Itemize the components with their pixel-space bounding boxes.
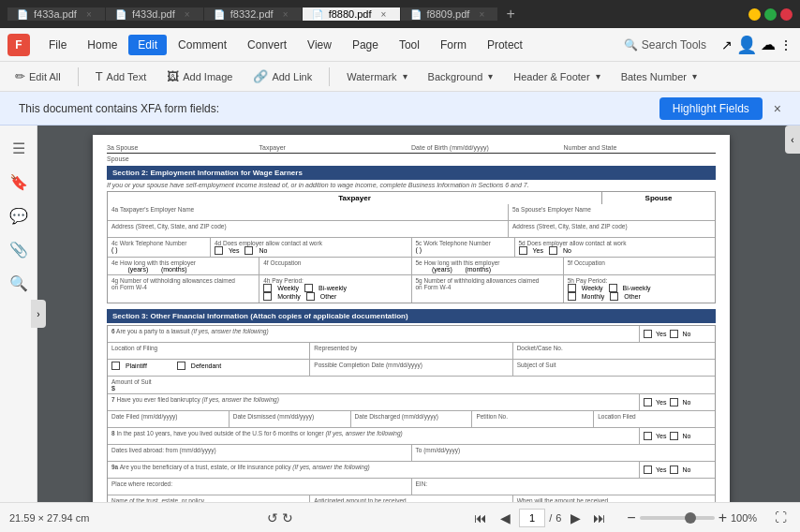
share-icon[interactable]: ↗ [721, 37, 733, 52]
cloud-icon[interactable]: ☁ [761, 36, 776, 53]
4d-no-checkbox[interactable] [244, 246, 253, 255]
4h-checkboxes2: Monthly Other [263, 292, 407, 301]
row-9a-details2: Name of the trust, estate, or policy Ant… [108, 495, 715, 502]
row6-yes-cb[interactable] [644, 330, 652, 338]
sidebar-collapse-button[interactable]: › [31, 300, 46, 328]
zoom-out-button[interactable]: − [627, 510, 635, 526]
menu-edit[interactable]: Edit [128, 35, 167, 55]
menu-protect[interactable]: Protect [478, 35, 532, 55]
5h-monthly-cb[interactable] [568, 292, 576, 301]
watermark-button[interactable]: Watermark [339, 68, 414, 85]
4h-weekly-cb[interactable] [263, 284, 272, 292]
edit-all-button[interactable]: ✏ Edit All [7, 66, 68, 86]
4h-biweekly-cb[interactable] [304, 284, 313, 292]
zoom-in-button[interactable]: + [719, 510, 727, 526]
header-footer-button[interactable]: Header & Footer [506, 68, 607, 85]
search-tools-area[interactable]: 🔍 Search Tools [615, 35, 716, 55]
tab-f433d[interactable]: 📄 f433d.pdf × [106, 7, 203, 21]
cell-plaintiff-defendant: Plaintiff Defendant [108, 360, 310, 376]
5h-weekly-cb[interactable] [568, 284, 576, 292]
label-4a: 4a Taxpayer's Employer Name [111, 206, 504, 213]
add-link-button[interactable]: 🔗 Add Link [245, 66, 319, 86]
menu-view[interactable]: View [298, 35, 341, 55]
rotate-right-icon[interactable]: ↻ [282, 510, 293, 525]
next-page-button[interactable]: ▶ [565, 508, 585, 528]
tab-f433a-close[interactable]: × [82, 7, 96, 21]
sidebar-attachments-icon[interactable]: 📎 [4, 234, 34, 264]
tab-f8332-close[interactable]: × [279, 7, 292, 21]
row8-no-cb[interactable] [670, 432, 678, 440]
notification-close[interactable]: × [774, 101, 781, 116]
4h-other-cb[interactable] [306, 292, 315, 301]
row-4e-5e: 4e How long with this employer (years) (… [108, 258, 715, 275]
menu-home[interactable]: Home [78, 35, 126, 55]
sidebar-search-icon[interactable]: 🔍 [4, 268, 34, 298]
dimensions-label: 21.59 × 27.94 cm [9, 512, 89, 524]
row7-yes-cb[interactable] [644, 398, 652, 406]
4d-yes-label: Yes [229, 247, 239, 254]
menu-comment[interactable]: Comment [169, 35, 236, 55]
row-9a-details: Place where recorded: EIN: [108, 479, 715, 495]
row-6-details2: Plaintiff Defendant Possible Completion … [108, 360, 715, 377]
row-7-header: 7 Have you ever filed bankruptcy (If yes… [108, 394, 715, 411]
minimize-button[interactable] [748, 8, 761, 21]
row9a-no-cb[interactable] [670, 466, 678, 474]
row7-no-cb[interactable] [670, 398, 678, 406]
more-icon[interactable]: ⋮ [779, 37, 793, 52]
sidebar-comments-icon[interactable]: 💬 [4, 200, 34, 230]
row6-no-cb[interactable] [670, 330, 678, 338]
cell-dates-abroad: Dates lived abroad: from (mm/dd/yyyy) [108, 445, 412, 461]
section3-header: Section 3: Other Financial Information (… [107, 309, 716, 323]
menu-tool[interactable]: Tool [390, 35, 429, 55]
maximize-button[interactable] [764, 8, 777, 21]
cell-6-question: 6 Are you a party to a lawsuit (If yes, … [108, 326, 640, 342]
add-text-button[interactable]: T Add Text [88, 66, 155, 86]
cell-location-filing: Location of Filing [108, 343, 310, 359]
tab-f8809-close[interactable]: × [475, 7, 488, 21]
notification-bar: This document contains XFA form fields: … [0, 92, 800, 126]
rotate-left-icon[interactable]: ↺ [267, 510, 278, 525]
page-number-input[interactable]: 1 [519, 509, 545, 527]
bates-number-button[interactable]: Bates Number [614, 68, 704, 85]
sidebar-panels-icon[interactable]: ☰ [4, 133, 34, 163]
tab-f8880[interactable]: 📄 f8880.pdf × [303, 7, 400, 21]
zoom-control: − + 100% ⛶ [627, 508, 791, 528]
row8-yes-cb[interactable] [644, 432, 652, 440]
first-page-button[interactable]: ⏮ [470, 508, 491, 528]
tab-f8880-close[interactable]: × [378, 7, 391, 21]
tab-f8332[interactable]: 📄 f8332.pdf × [204, 7, 302, 21]
defendant-cb[interactable] [177, 362, 185, 370]
fit-page-button[interactable]: ⛶ [770, 508, 791, 528]
zoom-slider[interactable] [640, 516, 715, 520]
menu-form[interactable]: Form [431, 35, 476, 55]
tab-f433d-close[interactable]: × [181, 7, 194, 21]
menu-convert[interactable]: Convert [238, 35, 296, 55]
prev-page-button[interactable]: ◀ [495, 508, 515, 528]
new-tab-button[interactable]: + [498, 6, 522, 22]
highlight-fields-button[interactable]: Highlight Fields [659, 97, 763, 120]
content-area: 3a Spouse Taxpayer Date of Birth (mm/dd/… [37, 126, 785, 502]
menu-file[interactable]: File [39, 35, 76, 55]
close-button[interactable] [780, 8, 793, 21]
menu-page[interactable]: Page [343, 35, 388, 55]
5d-yes-checkbox[interactable] [519, 246, 527, 255]
5d-no-checkbox[interactable] [549, 246, 557, 255]
tab-f433a[interactable]: 📄 f433a.pdf × [7, 7, 105, 21]
5h-other-cb[interactable] [610, 292, 618, 301]
last-page-button[interactable]: ⏭ [589, 508, 610, 528]
user-icon[interactable]: 👤 [736, 35, 757, 55]
add-image-button[interactable]: 🖼 Add Image [159, 66, 240, 86]
4h-biweekly-label: Bi-weekly [319, 285, 347, 291]
plaintiff-cb[interactable] [111, 362, 120, 370]
cell-name-trust: Name of the trust, estate, or policy [108, 495, 310, 502]
5h-biweekly-cb[interactable] [609, 284, 617, 292]
cell-5a: 5a Spouse's Employer Name [509, 204, 715, 220]
4d-yes-checkbox[interactable] [215, 246, 223, 255]
background-button[interactable]: Background [421, 68, 501, 85]
4h-monthly-cb[interactable] [263, 292, 272, 301]
row9a-yes-cb[interactable] [644, 466, 652, 474]
right-panel-collapse[interactable]: ‹ [785, 126, 800, 154]
cell-4b: Address (Street, City, State, and ZIP co… [108, 221, 509, 237]
tab-f8809[interactable]: 📄 f8809.pdf × [401, 7, 498, 21]
sidebar-bookmarks-icon[interactable]: 🔖 [4, 167, 34, 197]
